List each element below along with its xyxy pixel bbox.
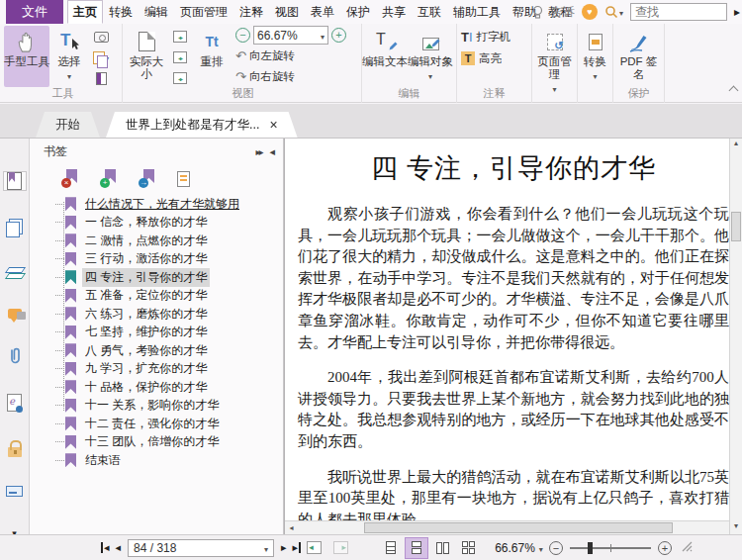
scroll-down-icon[interactable] xyxy=(730,521,742,534)
next-view-button[interactable] xyxy=(333,541,348,554)
menu-tab[interactable]: 转换 xyxy=(103,0,139,24)
menu-tab[interactable]: 视图 xyxy=(269,0,305,24)
bookmark-item[interactable]: 二 激情，点燃你的才华 xyxy=(30,232,283,250)
heart-icon[interactable] xyxy=(582,4,598,20)
bookmark-item[interactable]: 一 信念，释放你的才华 xyxy=(30,214,283,233)
page-number-combobox[interactable]: 84 / 318 xyxy=(128,539,274,557)
vertical-scrollbar[interactable] xyxy=(729,139,742,534)
bookmark-item[interactable]: 九 学习，扩充你的才华 xyxy=(30,360,283,379)
zoom-slider-thumb[interactable] xyxy=(588,542,593,554)
last-page-button[interactable] xyxy=(290,542,302,553)
layers-panel-button[interactable] xyxy=(4,266,26,280)
fit-visible-button[interactable] xyxy=(168,68,192,88)
security-panel-button[interactable] xyxy=(4,440,26,457)
highlight-button[interactable]: 高亮 xyxy=(457,47,531,69)
typewriter-button[interactable]: 打字机 xyxy=(457,26,531,47)
file-menu-button[interactable]: 文件 xyxy=(6,0,63,24)
overflow-arrow-icon[interactable] xyxy=(734,5,740,19)
menu-tab[interactable]: 主页 xyxy=(67,0,103,24)
attachments-panel-button[interactable] xyxy=(4,347,26,365)
continuous-facing-layout-button[interactable] xyxy=(457,538,479,558)
continuous-layout-button[interactable] xyxy=(406,538,427,558)
menu-tab[interactable]: 注释 xyxy=(233,0,269,24)
expand-bookmarks-button[interactable] xyxy=(177,171,190,187)
bookmark-item[interactable]: 十三 团队，倍增你的才华 xyxy=(30,433,283,452)
goto-bookmark-button[interactable]: → xyxy=(139,169,158,187)
zoom-combobox[interactable]: 66.67% xyxy=(253,26,328,45)
document-tab[interactable]: 世界上到处都是有才华... × xyxy=(106,112,298,138)
delete-bookmark-button[interactable]: × xyxy=(61,169,81,187)
bookmark-item[interactable]: 十一 关系，影响你的才华 xyxy=(30,397,283,416)
page-management-button[interactable]: 页面管理 xyxy=(533,26,577,99)
document-view[interactable]: 四 专注，引导你的才华 观察小孩子们游戏，你会看到什么？他们一会儿玩玩这个玩具，… xyxy=(284,139,742,534)
scroll-up-icon[interactable] xyxy=(730,139,742,151)
menu-tab[interactable]: 编辑 xyxy=(139,0,174,24)
menu-tab[interactable]: 表单 xyxy=(305,0,340,24)
collapse-ribbon-button[interactable] xyxy=(728,85,738,93)
menu-tab[interactable]: 辅助工具 xyxy=(447,0,507,24)
menu-tab[interactable]: 互联 xyxy=(412,0,447,24)
tree-connector xyxy=(55,368,64,369)
bookmark-label: 十三 团队，倍增你的才华 xyxy=(82,432,222,451)
hand-tool-button[interactable]: 手型工具 xyxy=(4,26,49,87)
fit-page-button[interactable] xyxy=(168,47,192,67)
bookmark-item[interactable]: 十二 责任，强化你的才华 xyxy=(30,415,283,433)
document-tab[interactable]: 开始 × xyxy=(36,112,100,138)
comments-panel-button[interactable] xyxy=(4,309,26,319)
convert-button[interactable]: 转换 xyxy=(579,26,612,99)
bookmark-item[interactable]: 六 练习，磨炼你的才华 xyxy=(30,305,283,324)
rotate-right-button[interactable]: 向右旋转 xyxy=(235,67,356,86)
bookmark-item[interactable]: 十 品格，保护你的才华 xyxy=(30,378,283,397)
bookmark-item[interactable]: 四 专注，引导你的才华 xyxy=(30,268,283,287)
snapshot-button[interactable] xyxy=(89,27,113,47)
bookmark-item[interactable]: 三 行动，激活你的才华 xyxy=(30,250,283,269)
zoom-in-button[interactable]: + xyxy=(331,28,346,43)
horizontal-scroll-thumb[interactable] xyxy=(364,522,673,533)
zoom-out-button[interactable]: − xyxy=(235,28,250,43)
clipboard-button[interactable] xyxy=(89,47,113,67)
select-tool-button[interactable]: 选择 xyxy=(49,26,89,87)
pdf-sign-button[interactable]: PDF 签名 xyxy=(616,26,662,87)
bookmark-item[interactable]: 七 坚持，维护你的才华 xyxy=(30,324,283,342)
zoom-slider[interactable] xyxy=(570,541,651,555)
tell-me-label[interactable]: 告诉 xyxy=(551,4,575,21)
zoom-dropdown-icon[interactable] xyxy=(539,541,543,555)
bookmark-item[interactable]: 结束语 xyxy=(30,451,283,470)
scroll-left-icon[interactable] xyxy=(285,521,298,534)
bookmark-item[interactable]: 五 准备，定位你的才华 xyxy=(30,287,283,306)
facing-layout-button[interactable] xyxy=(431,538,453,558)
collapse-panel-icon[interactable] xyxy=(261,144,275,158)
fields-panel-button[interactable] xyxy=(4,486,26,497)
zoom-out-button[interactable]: − xyxy=(549,541,563,555)
signature-panel-button[interactable] xyxy=(4,394,26,412)
edit-object-button[interactable]: 编辑对象 xyxy=(408,26,453,87)
zoom-in-button[interactable]: + xyxy=(658,541,672,555)
menu-tab[interactable]: 页面管理 xyxy=(174,0,233,24)
single-page-layout-button[interactable] xyxy=(380,538,402,558)
next-page-button[interactable] xyxy=(278,542,290,553)
first-page-button[interactable] xyxy=(101,542,113,553)
tree-connector xyxy=(55,240,64,241)
edit-text-button[interactable]: 编辑文本 xyxy=(362,26,408,87)
reflow-button[interactable]: 重排 xyxy=(192,26,232,87)
search-dropdown[interactable] xyxy=(604,5,623,19)
lightbulb-icon[interactable] xyxy=(531,5,544,20)
menu-tab[interactable]: 共享 xyxy=(376,0,412,24)
pages-panel-button[interactable] xyxy=(4,219,26,237)
select-page-button[interactable] xyxy=(89,68,113,88)
previous-page-button[interactable] xyxy=(113,542,125,553)
bookmark-item[interactable]: 八 勇气，考验你的才华 xyxy=(30,341,283,360)
fit-width-button[interactable] xyxy=(168,27,192,47)
find-input[interactable] xyxy=(630,3,727,21)
actual-size-button[interactable]: 实际大小 xyxy=(125,26,168,87)
bookmarks-panel-button[interactable] xyxy=(4,172,26,190)
bookmarks-panel-title: 书签 xyxy=(44,143,67,160)
vertical-scroll-thumb[interactable] xyxy=(731,212,741,241)
bookmark-item[interactable]: 什么情况下，光有才华就够用 xyxy=(30,195,283,214)
rotate-left-button[interactable]: 向左旋转 xyxy=(235,47,356,65)
horizontal-scrollbar[interactable] xyxy=(285,520,742,534)
previous-view-button[interactable] xyxy=(307,541,322,554)
menu-tab[interactable]: 保护 xyxy=(340,0,376,24)
add-bookmark-button[interactable]: + xyxy=(100,169,120,187)
close-icon[interactable]: × xyxy=(269,118,277,132)
